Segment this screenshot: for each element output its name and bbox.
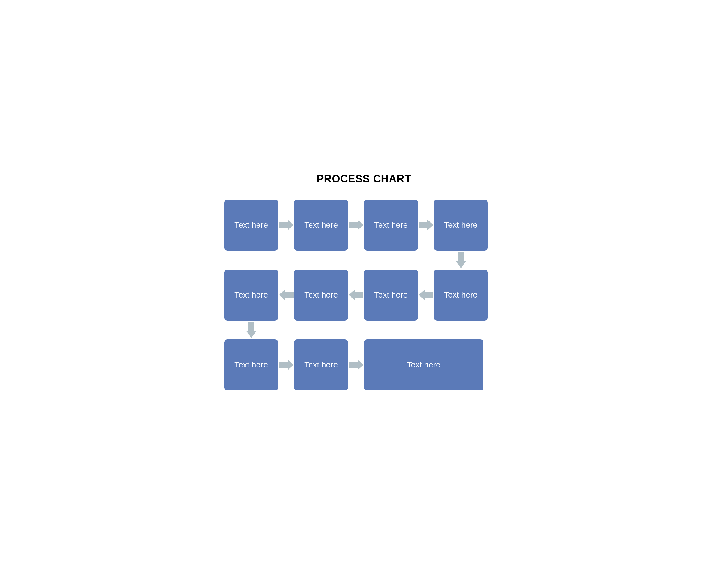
arrow-left-2	[348, 289, 364, 301]
box-9[interactable]: Text here	[224, 340, 278, 391]
svg-marker-4	[279, 290, 294, 300]
box-4[interactable]: Text here	[434, 199, 488, 250]
box-7[interactable]: Text here	[364, 269, 418, 321]
page-title: PROCESS CHART	[218, 173, 510, 185]
svg-marker-3	[456, 252, 466, 268]
chart-container: Text here Text here Text here Text here	[218, 199, 510, 391]
page-container: PROCESS CHART Text here Text here Text h…	[218, 173, 510, 391]
box-10[interactable]: Text here	[294, 340, 348, 391]
box-3[interactable]: Text here	[364, 199, 418, 250]
svg-marker-7	[246, 322, 257, 338]
row-1: Text here Text here Text here Text here	[218, 199, 510, 250]
arrow-right-5	[348, 359, 364, 371]
box-8[interactable]: Text here	[434, 269, 488, 321]
svg-marker-0	[279, 220, 294, 230]
arrow-left-3	[418, 289, 434, 301]
svg-marker-5	[349, 290, 363, 300]
box-2[interactable]: Text here	[294, 199, 348, 250]
svg-marker-2	[419, 220, 433, 230]
svg-marker-6	[419, 290, 433, 300]
svg-marker-9	[349, 360, 363, 370]
connector-down-2	[218, 321, 510, 340]
svg-marker-1	[349, 220, 363, 230]
box-6[interactable]: Text here	[294, 269, 348, 321]
arrow-right-1	[278, 219, 294, 231]
connector-down-1	[218, 250, 510, 269]
arrow-right-2	[348, 219, 364, 231]
arrow-right-3	[418, 219, 434, 231]
arrow-left-1	[278, 289, 294, 301]
row-3: Text here Text here Text here	[218, 340, 510, 391]
arrow-right-4	[278, 359, 294, 371]
box-5[interactable]: Text here	[224, 269, 278, 321]
row-2: Text here Text here Text here Text here	[218, 269, 510, 321]
svg-marker-8	[279, 360, 294, 370]
box-11[interactable]: Text here	[364, 340, 483, 391]
box-1[interactable]: Text here	[224, 199, 278, 250]
